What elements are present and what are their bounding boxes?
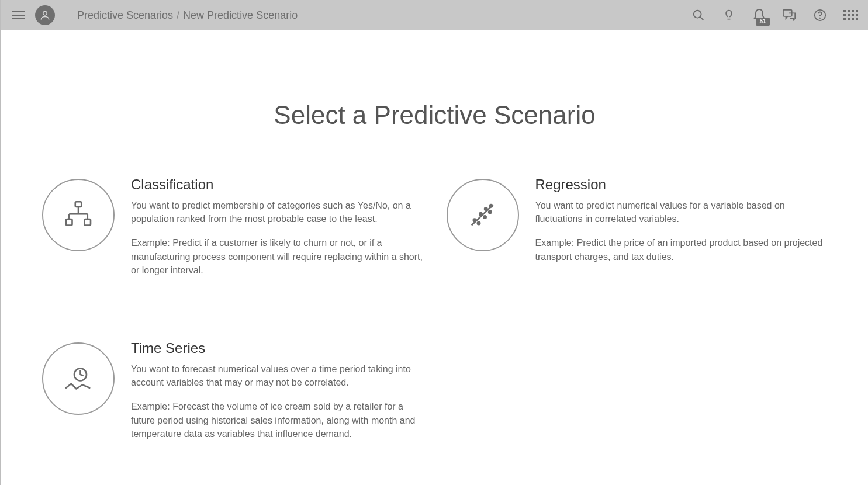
scenario-card-timeseries[interactable]: Time Series You want to forecast numeric…	[42, 340, 423, 451]
svg-line-23	[81, 375, 84, 376]
svg-rect-12	[85, 219, 91, 226]
scenario-card-grid: Classification You want to predict membe…	[25, 176, 845, 451]
svg-point-5	[819, 18, 820, 19]
search-button[interactable]	[691, 8, 706, 22]
breadcrumb: Predictive Scenarios / New Predictive Sc…	[77, 9, 298, 22]
svg-rect-6	[75, 202, 82, 207]
svg-line-2	[700, 17, 704, 20]
hint-button[interactable]	[722, 8, 736, 22]
top-bar: Predictive Scenarios / New Predictive Sc…	[1, 0, 868, 30]
card-example: Example: Predict the price of an importe…	[535, 236, 828, 263]
svg-point-0	[43, 11, 47, 15]
card-example: Example: Forecast the volume of ice crea…	[131, 400, 423, 441]
help-icon	[814, 9, 826, 22]
discussion-icon	[783, 9, 797, 22]
scenario-card-classification[interactable]: Classification You want to predict membe…	[42, 176, 423, 287]
help-button[interactable]	[813, 8, 827, 22]
notification-count-badge: 51	[756, 18, 770, 26]
breadcrumb-root[interactable]: Predictive Scenarios	[77, 9, 173, 22]
grid-icon	[843, 10, 858, 20]
discussion-button[interactable]	[783, 8, 797, 22]
card-title: Regression	[535, 176, 828, 193]
card-desc: You want to predict numerical values for…	[535, 199, 828, 226]
breadcrumb-current: New Predictive Scenario	[183, 9, 298, 22]
menu-icon[interactable]	[12, 9, 25, 22]
card-desc: You want to predict membership of catego…	[131, 199, 423, 226]
search-icon	[692, 9, 705, 22]
svg-point-1	[694, 11, 701, 18]
svg-point-17	[483, 216, 486, 218]
svg-point-20	[489, 205, 492, 207]
scenario-card-regression[interactable]: Regression You want to predict numerical…	[447, 176, 828, 287]
svg-point-16	[479, 213, 482, 215]
svg-point-14	[473, 219, 475, 221]
svg-point-19	[489, 211, 491, 213]
card-example: Example: Predict if a customer is likely…	[131, 236, 423, 277]
svg-point-15	[477, 222, 479, 224]
apps-button[interactable]	[843, 8, 857, 22]
user-avatar-button[interactable]	[35, 5, 55, 25]
timeseries-icon	[42, 342, 115, 415]
card-desc: You want to forecast numerical values ov…	[131, 362, 423, 389]
regression-icon	[447, 179, 519, 251]
card-title: Time Series	[131, 340, 423, 356]
person-icon	[39, 9, 51, 21]
page-title: Select a Predictive Scenario	[25, 101, 845, 130]
card-title: Classification	[131, 176, 423, 193]
classification-icon	[42, 179, 115, 251]
breadcrumb-separator: /	[177, 9, 179, 22]
svg-rect-11	[66, 219, 72, 226]
main-content: Select a Predictive Scenario Classificat…	[1, 30, 868, 469]
svg-point-18	[485, 207, 487, 210]
notifications-button[interactable]: 51	[752, 8, 766, 22]
lightbulb-icon	[723, 8, 735, 22]
